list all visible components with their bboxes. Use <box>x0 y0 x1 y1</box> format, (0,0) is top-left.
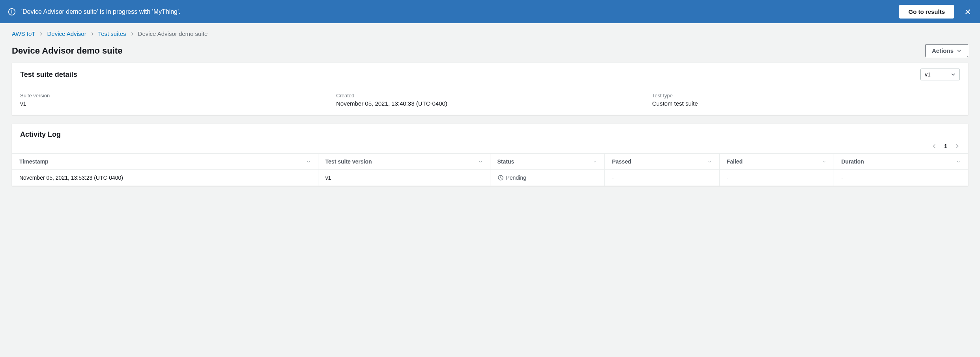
col-duration[interactable]: Duration <box>834 154 968 170</box>
breadcrumb-link-test-suites[interactable]: Test suites <box>98 30 126 37</box>
sort-icon <box>593 159 597 164</box>
pagination: 1 <box>12 143 968 153</box>
activity-log-panel: Activity Log 1 Timestamp <box>12 124 968 186</box>
details-panel-title: Test suite details <box>20 71 77 79</box>
notification-banner: 'Device Advisor demo suite' is in progre… <box>0 0 980 23</box>
breadcrumb-link-device-advisor[interactable]: Device Advisor <box>47 30 86 37</box>
sort-icon <box>956 159 961 164</box>
detail-value: November 05, 2021, 13:40:33 (UTC-0400) <box>336 100 636 107</box>
sort-icon <box>478 159 483 164</box>
sort-icon <box>306 159 311 164</box>
page-prev-icon[interactable] <box>931 143 937 149</box>
version-selector-value: v1 <box>925 71 931 78</box>
pending-icon <box>497 175 504 181</box>
info-icon <box>8 8 16 16</box>
chevron-right-icon <box>130 32 134 36</box>
cell-failed: - <box>719 170 834 186</box>
cell-status: Pending <box>490 170 605 186</box>
sort-icon <box>707 159 712 164</box>
banner-message: 'Device Advisor demo suite' is in progre… <box>21 8 894 15</box>
breadcrumb-link-aws-iot[interactable]: AWS IoT <box>12 30 35 37</box>
test-suite-details-panel: Test suite details v1 Suite version v1 C… <box>12 63 968 115</box>
col-status[interactable]: Status <box>490 154 605 170</box>
detail-label: Suite version <box>20 93 320 99</box>
caret-down-icon <box>957 48 961 53</box>
sort-icon <box>822 159 827 164</box>
detail-created: Created November 05, 2021, 13:40:33 (UTC… <box>328 93 644 107</box>
activity-log-table: Timestamp Test suite version <box>12 153 968 186</box>
detail-suite-version: Suite version v1 <box>20 93 328 107</box>
chevron-right-icon <box>39 32 43 36</box>
cell-version: v1 <box>318 170 490 186</box>
col-passed[interactable]: Passed <box>605 154 720 170</box>
page-number: 1 <box>944 143 947 149</box>
version-selector[interactable]: v1 <box>920 69 960 80</box>
page-next-icon[interactable] <box>954 143 960 149</box>
cell-timestamp: November 05, 2021, 13:53:23 (UTC-0400) <box>12 170 318 186</box>
page-title: Device Advisor demo suite <box>12 46 122 56</box>
go-to-results-button[interactable]: Go to results <box>899 5 954 19</box>
table-row[interactable]: November 05, 2021, 13:53:23 (UTC-0400) v… <box>12 170 968 186</box>
detail-test-type: Test type Custom test suite <box>644 93 960 107</box>
actions-button[interactable]: Actions <box>925 44 968 57</box>
svg-point-2 <box>12 10 12 10</box>
cell-passed: - <box>605 170 720 186</box>
detail-value: v1 <box>20 100 320 107</box>
detail-value: Custom test suite <box>652 100 952 107</box>
detail-label: Created <box>336 93 636 99</box>
cell-duration: - <box>834 170 968 186</box>
col-timestamp[interactable]: Timestamp <box>12 154 318 170</box>
col-failed[interactable]: Failed <box>719 154 834 170</box>
col-version[interactable]: Test suite version <box>318 154 490 170</box>
breadcrumb-current: Device Advisor demo suite <box>138 30 208 37</box>
chevron-right-icon <box>90 32 94 36</box>
close-icon[interactable] <box>963 7 972 16</box>
activity-panel-title: Activity Log <box>20 130 960 139</box>
actions-label: Actions <box>932 47 954 54</box>
breadcrumb: AWS IoT Device Advisor Test suites Devic… <box>12 30 968 37</box>
caret-down-icon <box>951 72 956 77</box>
detail-label: Test type <box>652 93 952 99</box>
